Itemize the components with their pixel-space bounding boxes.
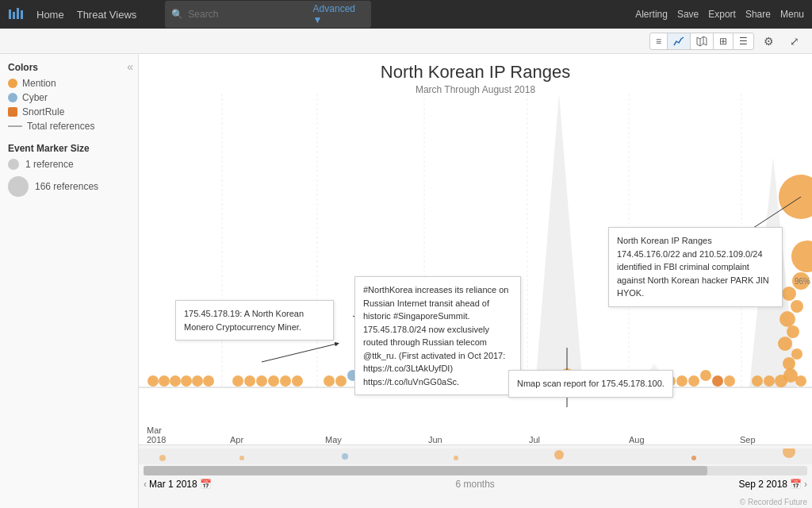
save-btn[interactable]: Save	[677, 9, 699, 20]
tooltip-monero: 175.45.178.19: A North Korean Monero Cry…	[175, 300, 334, 341]
export-btn[interactable]: Export	[708, 9, 736, 20]
svg-point-25	[256, 375, 267, 387]
nav-threat-views[interactable]: Threat Views	[77, 9, 137, 21]
tooltip-nmap: Nmap scan report for 175.45.178.100.	[508, 370, 673, 398]
svg-point-69	[791, 241, 812, 272]
svg-point-63	[787, 325, 799, 338]
svg-point-23	[232, 375, 243, 387]
snortrule-color-dot	[8, 107, 17, 117]
svg-point-56	[764, 375, 775, 387]
tooltip-fbi: North Korean IP Ranges 174.45.176.0/22 a…	[608, 227, 783, 307]
svg-point-78	[554, 450, 564, 460]
main-content: « Colors Mention Cyber SnortRule Total r…	[0, 54, 812, 508]
time-jun: Jun	[428, 435, 442, 444]
date-end: Sep 2 2018 📅 ›	[739, 479, 807, 490]
alerting-btn[interactable]: Alerting	[635, 9, 668, 20]
svg-line-70	[262, 344, 337, 362]
map-view-btn[interactable]	[691, 33, 714, 49]
snortrule-label: SnortRule	[22, 106, 64, 117]
svg-point-20	[181, 375, 192, 387]
svg-point-65	[791, 300, 803, 313]
advanced-search[interactable]: Advanced ▼	[313, 3, 366, 25]
cyber-color-dot	[8, 93, 17, 102]
search-input[interactable]	[188, 9, 309, 20]
legend-snortrule: SnortRule	[8, 106, 130, 117]
svg-point-53	[712, 375, 723, 387]
svg-rect-2	[17, 8, 19, 19]
legend-total-refs: Total references	[8, 121, 130, 132]
svg-point-68	[779, 175, 812, 219]
svg-point-75	[239, 456, 244, 460]
nav-home[interactable]: Home	[36, 9, 64, 21]
legend-mention: Mention	[8, 78, 130, 89]
copyright: © Recorded Future	[740, 498, 807, 506]
svg-point-26	[268, 375, 279, 387]
table-view-btn[interactable]: ≡	[650, 33, 668, 49]
svg-point-50	[676, 375, 688, 387]
chart-view-btn[interactable]	[668, 33, 691, 49]
svg-point-77	[454, 456, 458, 460]
menu-btn[interactable]: Menu	[780, 9, 804, 20]
svg-point-62	[778, 337, 792, 351]
svg-point-29	[324, 375, 335, 387]
list-view-btn[interactable]: ☰	[733, 33, 753, 49]
top-navigation: Home Threat Views 🔍 Advanced ▼ Alerting …	[0, 0, 812, 29]
tooltip-northkorea: #NorthKorea increases its reliance on Ru…	[354, 276, 521, 395]
marker-large: 166 references	[8, 176, 130, 197]
svg-point-22	[203, 375, 214, 387]
svg-point-24	[244, 375, 255, 387]
time-jul: Jul	[529, 435, 540, 444]
bottom-scrollbar-area: ‹ Mar 1 2018 📅 6 months Sep 2 2018 📅 ›	[139, 444, 812, 508]
chart-title: North Korean IP Ranges	[139, 62, 812, 83]
time-axis: Mar2018 Apr May Jun Jul Aug Sep	[139, 427, 812, 444]
scrollbar-track[interactable]	[144, 466, 807, 475]
chart-area[interactable]: North Korean IP Ranges March Through Aug…	[139, 54, 812, 508]
time-aug: Aug	[629, 435, 645, 444]
svg-point-74	[159, 455, 166, 461]
sidebar: « Colors Mention Cyber SnortRule Total r…	[0, 54, 139, 508]
large-marker-circle	[8, 176, 29, 197]
time-sep: Sep	[740, 435, 756, 444]
svg-marker-7	[535, 94, 583, 387]
search-icon: 🔍	[171, 9, 183, 20]
svg-point-28	[292, 375, 303, 387]
large-marker-label: 166 references	[35, 181, 98, 192]
calendar-icon-end: 📅	[790, 479, 802, 490]
event-marker-section: Event Marker Size 1 reference 166 refere…	[8, 143, 130, 197]
svg-point-66	[782, 287, 796, 301]
date-end-label: Sep 2 2018	[739, 479, 787, 490]
svg-point-80	[783, 448, 795, 458]
date-start-label: Mar 1 2018	[149, 479, 197, 490]
svg-rect-3	[21, 10, 23, 19]
svg-point-18	[159, 375, 170, 387]
scrollbar-thumb[interactable]	[144, 466, 707, 475]
time-mar: Mar2018	[147, 425, 166, 444]
svg-point-17	[147, 375, 159, 387]
svg-point-27	[280, 375, 291, 387]
svg-point-21	[192, 375, 203, 387]
share-btn[interactable]: Share	[745, 9, 771, 20]
date-start: ‹ Mar 1 2018 📅	[144, 479, 212, 490]
svg-point-60	[783, 357, 795, 370]
marker-title: Event Marker Size	[8, 143, 130, 154]
mention-color-dot	[8, 79, 17, 88]
svg-rect-1	[13, 12, 15, 19]
grid-view-btn[interactable]: ⊞	[714, 33, 733, 49]
nav-arrow-left[interactable]: ‹	[144, 479, 147, 490]
svg-rect-0	[9, 10, 11, 19]
settings-gear-btn[interactable]: ⚙	[757, 33, 780, 50]
svg-point-30	[335, 375, 347, 387]
app-logo[interactable]	[8, 6, 24, 22]
date-mid-label: 6 months	[455, 479, 494, 490]
legend-cyber: Cyber	[8, 92, 130, 103]
time-may: May	[325, 435, 342, 444]
svg-point-51	[688, 375, 699, 387]
right-actions: Alerting Save Export Share Menu	[635, 9, 804, 20]
total-refs-line	[8, 125, 22, 127]
svg-point-55	[752, 375, 763, 387]
nav-arrow-right[interactable]: ›	[804, 479, 807, 490]
colors-title: Colors	[8, 62, 130, 73]
svg-point-61	[791, 348, 802, 360]
sidebar-collapse-btn[interactable]: «	[127, 60, 133, 73]
expand-btn[interactable]: ⤢	[783, 33, 806, 50]
